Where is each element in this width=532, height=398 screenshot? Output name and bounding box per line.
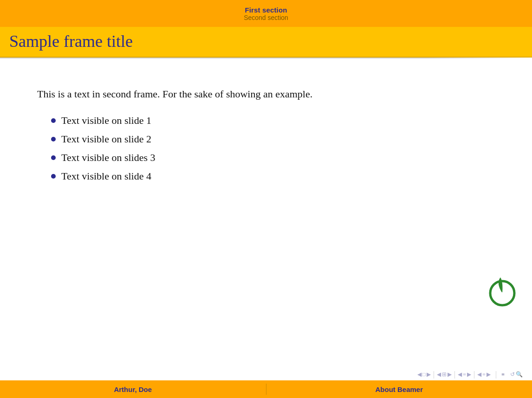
bullet-text-2: Text visible on slide 2 bbox=[61, 133, 151, 145]
bullet-text-1: Text visible on slide 1 bbox=[61, 115, 151, 127]
nav-next4-icon[interactable]: ▶ bbox=[487, 371, 491, 378]
nav-next3-icon[interactable]: ▶ bbox=[467, 371, 471, 378]
nav-list1-icon[interactable]: ≡ bbox=[463, 371, 466, 378]
nav-zoom-icon[interactable]: 🔍 bbox=[516, 371, 523, 378]
nav-section-inactive: Second section bbox=[244, 14, 288, 21]
nav-grid-icon[interactable]: ⊞ bbox=[442, 371, 447, 378]
footer-author: Arthur, Doe bbox=[0, 385, 266, 393]
controls-row: ◀ □ ▶ | ◀ ⊞ ▶ | ◀ ≡ ▶ | ◀ ≡ ▶ | ≡ ↺ 🔍 bbox=[0, 370, 532, 379]
nav-refresh-icon[interactable]: ↺ bbox=[510, 371, 515, 378]
bullet-dot bbox=[51, 137, 56, 141]
nav-next-icon[interactable]: ▶ bbox=[427, 371, 431, 378]
list-item: Text visible on slide 1 bbox=[51, 115, 495, 127]
nav-prev4-icon[interactable]: ◀ bbox=[477, 371, 481, 378]
beamer-logo bbox=[487, 274, 518, 309]
list-item: Text visible on slide 4 bbox=[51, 170, 495, 182]
top-navigation: First section Second section bbox=[0, 0, 532, 27]
bullet-dot bbox=[51, 155, 56, 160]
svg-point-1 bbox=[499, 292, 506, 300]
nav-prev3-icon[interactable]: ◀ bbox=[458, 371, 462, 378]
nav-prev-icon[interactable]: ◀ bbox=[417, 371, 422, 378]
slide-content: This is a text in second frame. For the … bbox=[0, 58, 532, 337]
nav-section-active: First section bbox=[245, 6, 287, 14]
nav-prev2-icon[interactable]: ◀ bbox=[437, 371, 441, 378]
nav-square-icon[interactable]: □ bbox=[422, 371, 426, 378]
bullet-text-3: Text visible on slides 3 bbox=[61, 152, 156, 164]
slide-intro-text: This is a text in second frame. For the … bbox=[37, 86, 495, 102]
list-item: Text visible on slides 3 bbox=[51, 152, 495, 164]
nav-align-icon[interactable]: ≡ bbox=[501, 371, 505, 378]
frame-title-bar: Sample frame title bbox=[0, 27, 532, 58]
nav-next2-icon[interactable]: ▶ bbox=[448, 371, 452, 378]
bullet-list: Text visible on slide 1 Text visible on … bbox=[37, 115, 495, 182]
bullet-text-4: Text visible on slide 4 bbox=[61, 170, 151, 182]
bullet-dot bbox=[51, 118, 56, 123]
footer-title: About Beamer bbox=[266, 385, 532, 393]
bullet-dot bbox=[51, 174, 56, 179]
nav-list2-icon[interactable]: ≡ bbox=[482, 371, 486, 378]
list-item: Text visible on slide 2 bbox=[51, 133, 495, 145]
frame-title: Sample frame title bbox=[9, 32, 133, 51]
footer-bar: Arthur, Doe About Beamer bbox=[0, 380, 532, 398]
